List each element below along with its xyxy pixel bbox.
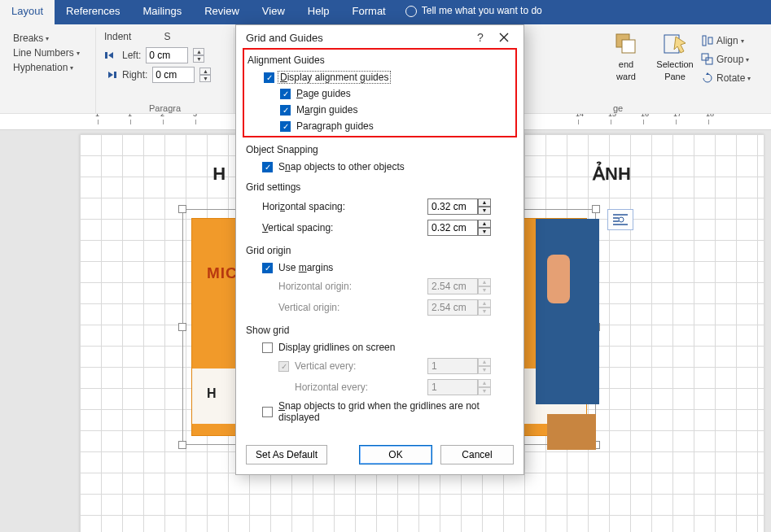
indent-header: Indent xyxy=(104,31,131,42)
tab-mailings[interactable]: Mailings xyxy=(132,0,194,24)
set-as-default-button[interactable]: Set As Default xyxy=(246,445,327,464)
lbl-horizontal-every: Horizontal every: xyxy=(295,382,368,393)
lbl-snap-objects: Snap objects to other objects xyxy=(278,161,405,172)
tab-layout[interactable]: Layout xyxy=(0,0,55,24)
spinner-horizontal-spacing[interactable]: ▲▼ xyxy=(478,198,491,215)
lbl-vertical-origin: Vertical origin: xyxy=(278,302,384,313)
sect-object-snapping: Object Snapping xyxy=(246,144,514,159)
spinner-vertical-every: ▲▼ xyxy=(478,358,491,374)
svg-rect-0 xyxy=(105,52,107,59)
svg-rect-1 xyxy=(114,72,116,78)
indent-left-row: Left: ▲▼ xyxy=(104,46,226,65)
chk-display-gridlines[interactable] xyxy=(262,342,273,353)
lightbulb-icon xyxy=(405,6,417,17)
chk-snap-objects[interactable]: ✓ xyxy=(262,162,273,172)
tab-references[interactable]: References xyxy=(55,0,131,24)
highlight-alignment-guides: Alignment Guides ✓ DDisplay alignment gu… xyxy=(243,48,517,137)
sect-grid-origin: Grid origin xyxy=(246,245,514,259)
svg-rect-6 xyxy=(708,37,712,44)
tab-view[interactable]: View xyxy=(251,0,296,24)
spinner-vertical-origin: ▲▼ xyxy=(478,299,491,316)
resize-handle-bl[interactable] xyxy=(178,441,186,449)
tab-review[interactable]: Review xyxy=(193,0,251,24)
chevron-down-icon: ▾ xyxy=(77,50,80,57)
lbl-snap-when-not-displayed: Snap objects to grid when the gridlines … xyxy=(278,400,514,423)
indent-left-icon xyxy=(104,49,117,62)
rotate-icon xyxy=(701,72,714,85)
grid-and-guides-dialog: Grid and Guides ? Alignment Guides ✓ DDi… xyxy=(235,24,524,475)
resize-handle-ml[interactable] xyxy=(178,323,186,331)
help-button[interactable]: ? xyxy=(470,31,491,44)
dialog-titlebar[interactable]: Grid and Guides ? xyxy=(236,25,523,50)
input-vertical-every xyxy=(427,358,478,374)
chk-page-guides[interactable]: ✓ xyxy=(280,89,291,99)
lbl-vertical-spacing: Vertical spacing: xyxy=(262,222,368,233)
chk-display-alignment-guides[interactable]: ✓ xyxy=(264,72,274,83)
lbl-display-gridlines: Display gridlines on screen xyxy=(278,342,395,353)
lbl-vertical-every: Vertical every: xyxy=(295,360,356,372)
lbl-display-alignment-guides: DDisplay alignment guidesisplay alignmen… xyxy=(280,72,391,83)
align-icon xyxy=(701,34,714,47)
tell-me-label: Tell me what you want to do xyxy=(422,5,542,16)
spinner-vertical-spacing[interactable]: ▲▼ xyxy=(478,220,491,236)
chevron-down-icon: ▾ xyxy=(46,35,49,42)
indent-right-spinner[interactable]: ▲▼ xyxy=(199,68,211,82)
hyphenation-button[interactable]: Hyphenation▾ xyxy=(13,60,87,75)
indent-right-row: Right: ▲▼ xyxy=(104,65,226,85)
ribbon-tabs: Layout References Mailings Review View H… xyxy=(0,0,771,24)
lbl-use-margins: Use margins xyxy=(278,262,333,273)
breaks-button[interactable]: Breaks▾ xyxy=(13,31,87,46)
group-button[interactable]: Group▾ xyxy=(701,51,758,68)
input-vertical-origin xyxy=(427,299,478,316)
align-button[interactable]: Align▾ xyxy=(701,33,758,49)
dialog-title: Grid and Guides xyxy=(246,32,323,44)
resize-handle-tl[interactable] xyxy=(178,205,186,213)
lbl-page-guides: Page guides xyxy=(296,88,351,99)
ok-button[interactable]: OK xyxy=(359,445,432,464)
layout-options-icon xyxy=(611,213,629,226)
indent-right-input[interactable] xyxy=(152,67,195,83)
svg-rect-5 xyxy=(703,36,706,46)
resize-handle-tr[interactable] xyxy=(592,205,600,213)
indent-right-icon xyxy=(104,68,117,81)
input-horizontal-every xyxy=(427,379,478,395)
input-horizontal-spacing[interactable] xyxy=(427,198,478,215)
spinner-horizontal-origin: ▲▼ xyxy=(478,278,491,294)
tell-me-search[interactable]: Tell me what you want to do xyxy=(397,0,771,24)
chk-paragraph-guides[interactable]: ✓ xyxy=(280,121,291,132)
indent-left-spinner[interactable]: ▲▼ xyxy=(193,48,204,63)
paragraph-group-label: Paragra xyxy=(96,103,234,113)
chk-use-margins[interactable]: ✓ xyxy=(262,263,273,273)
tab-format[interactable]: Format xyxy=(341,0,397,24)
chk-snap-when-not-displayed[interactable] xyxy=(262,407,273,417)
illustration-secondary xyxy=(536,219,599,404)
send-backward-icon xyxy=(613,31,639,57)
close-button[interactable] xyxy=(491,25,517,50)
cancel-button[interactable]: Cancel xyxy=(440,445,514,464)
spacing-header: S xyxy=(164,31,170,42)
line-numbers-button[interactable]: Line Numbers▾ xyxy=(13,46,87,60)
svg-rect-8 xyxy=(706,58,712,64)
rotate-button[interactable]: Rotate▾ xyxy=(701,70,758,86)
chk-margin-guides[interactable]: ✓ xyxy=(280,105,291,116)
group-icon xyxy=(701,53,714,66)
sect-alignment-guides: Alignment Guides xyxy=(248,55,512,69)
input-vertical-spacing[interactable] xyxy=(427,220,478,236)
sect-grid-settings: Grid settings xyxy=(246,181,514,196)
chevron-down-icon: ▾ xyxy=(747,75,751,82)
lbl-margin-guides: Margin guides xyxy=(296,104,357,116)
lbl-horizontal-origin: Horizontal origin: xyxy=(278,281,384,292)
sect-show-grid: Show grid xyxy=(246,325,514,339)
tab-help[interactable]: Help xyxy=(296,0,341,24)
chevron-down-icon: ▾ xyxy=(741,37,744,45)
close-icon xyxy=(499,33,509,42)
input-horizontal-origin xyxy=(427,278,478,294)
chevron-down-icon: ▾ xyxy=(746,56,749,63)
selection-pane-button[interactable]: Selection Pane xyxy=(651,31,699,81)
chk-vertical-every: ✓ xyxy=(278,361,289,372)
arrange-ge-label: ge xyxy=(594,103,642,113)
selection-pane-icon xyxy=(662,31,688,57)
layout-options-button[interactable] xyxy=(607,209,633,230)
lbl-horizontal-spacing: Horizontal spacing: xyxy=(262,201,368,212)
indent-left-input[interactable] xyxy=(146,47,188,63)
